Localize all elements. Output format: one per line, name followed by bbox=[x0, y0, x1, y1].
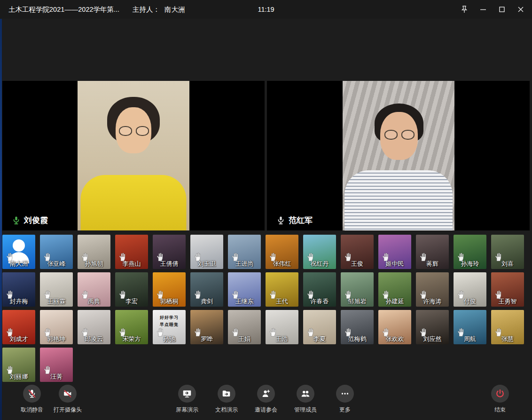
participant-name: 王浩 bbox=[266, 335, 298, 343]
participant-grid: 南大洲 张亚峰 孙旭朝 李燕山 bbox=[2, 235, 530, 382]
participant-name: 王倩倩 bbox=[153, 260, 186, 268]
meeting-title: 土木工程学院2021——2022学年第... bbox=[8, 5, 119, 14]
meeting-window: 土木工程学院2021——2022学年第... 主持人：南大洲 11:19 bbox=[0, 0, 532, 420]
main-video-area: 刘俊霞 范红军 bbox=[2, 81, 530, 230]
participant-name: 宋荣方 bbox=[115, 335, 148, 343]
participant-name: 刘俊霞 bbox=[24, 215, 48, 226]
participant-tile[interactable]: 刘丽娜 bbox=[2, 348, 35, 382]
participant-tile[interactable]: 郭艳坤 bbox=[40, 310, 73, 344]
participant-tile[interactable]: 张欢欢 bbox=[378, 310, 411, 344]
more-button[interactable]: 更多 bbox=[330, 385, 360, 414]
participant-tile[interactable]: 封卉梅 bbox=[2, 272, 35, 307]
participant-tile[interactable]: 范梅鹤 bbox=[341, 310, 374, 344]
participant-tile[interactable]: 宋荣方 bbox=[115, 310, 148, 344]
participant-tile[interactable]: 王倩倩 bbox=[153, 235, 186, 269]
participant-tile[interactable]: 刘成才 bbox=[2, 310, 35, 344]
participant-tile[interactable]: 禹典 bbox=[78, 272, 110, 307]
participant-tile[interactable]: 汪菁 bbox=[40, 348, 73, 382]
doc-share-button[interactable]: 文档演示 bbox=[211, 385, 242, 414]
participant-name: 刘喜 bbox=[491, 260, 524, 268]
end-meeting-button[interactable]: 结束 bbox=[485, 385, 515, 414]
title-bar: 土木工程学院2021——2022学年第... 主持人：南大洲 11:19 bbox=[0, 0, 532, 19]
unmute-button[interactable]: 取消静音 bbox=[17, 385, 47, 414]
tool-label: 邀请参会 bbox=[255, 406, 277, 414]
maximize-icon[interactable] bbox=[494, 2, 509, 16]
participant-name: 封卉梅 bbox=[2, 297, 35, 306]
participant-name: 祝红丹 bbox=[303, 260, 336, 268]
tool-label: 打开摄像头 bbox=[54, 406, 82, 414]
participant-tile[interactable]: 祝红丹 bbox=[303, 235, 336, 269]
meeting-time: 11:19 bbox=[258, 6, 274, 13]
power-icon bbox=[495, 388, 505, 399]
participant-name: 李宏 bbox=[115, 297, 148, 306]
tool-label: 管理成员 bbox=[294, 406, 317, 414]
participant-name: 郎凌云 bbox=[78, 335, 110, 343]
participant-tile[interactable]: 孙旭朝 bbox=[78, 235, 110, 269]
participant-tile[interactable]: 刘应然 bbox=[416, 310, 449, 344]
participant-name: 刘应然 bbox=[416, 335, 449, 343]
participant-tile[interactable]: 王丽霖 bbox=[40, 272, 73, 307]
toolbar-center-group: 屏幕演示 文档演示 邀请参会 bbox=[172, 385, 360, 414]
toolbar-end-group: 结束 bbox=[485, 385, 515, 414]
participant-tile[interactable]: 南大洲 bbox=[2, 235, 35, 269]
participant-name: 张亚峰 bbox=[40, 260, 73, 268]
minimize-icon[interactable] bbox=[476, 2, 491, 16]
participant-tile[interactable]: 郎凌云 bbox=[78, 310, 110, 344]
participant-tile[interactable]: 姬中民 bbox=[378, 235, 411, 269]
close-icon[interactable] bbox=[513, 2, 528, 16]
participant-name: 李夏 bbox=[303, 335, 336, 343]
participant-tile[interactable]: 张亚峰 bbox=[40, 235, 73, 269]
participant-tile[interactable]: 孙海玲 bbox=[454, 235, 486, 269]
window-controls bbox=[457, 2, 532, 16]
participant-tile[interactable]: 刘喜 bbox=[491, 235, 524, 269]
participant-tile[interactable]: 好好学习早点睡觉 孙驰 bbox=[153, 310, 186, 344]
invite-button[interactable]: 邀请参会 bbox=[251, 385, 281, 414]
members-icon bbox=[300, 388, 311, 399]
participant-tile[interactable]: 王勇智 bbox=[491, 272, 524, 307]
participant-tile[interactable]: 张慧 bbox=[491, 310, 524, 344]
participant-tile[interactable]: 孙建延 bbox=[378, 272, 411, 307]
person-glasses bbox=[384, 130, 415, 140]
person-face bbox=[116, 107, 151, 153]
participant-name: 孙海玲 bbox=[454, 260, 486, 268]
host-label: 主持人： bbox=[133, 6, 160, 13]
screen-share-button[interactable]: 屏幕演示 bbox=[172, 385, 202, 414]
pin-icon[interactable] bbox=[457, 2, 472, 16]
tool-label: 取消静音 bbox=[21, 406, 43, 414]
participant-tile[interactable]: 许海涛 bbox=[416, 272, 449, 307]
participant-tile[interactable]: 王娟 bbox=[228, 310, 261, 344]
manage-members-button[interactable]: 管理成员 bbox=[290, 385, 321, 414]
participant-tile[interactable]: 龚剑 bbox=[190, 272, 223, 307]
participant-name: 范红军 bbox=[289, 215, 313, 226]
participant-tile[interactable]: 王代 bbox=[266, 272, 298, 307]
tool-label: 结束 bbox=[494, 406, 506, 414]
participant-name: 刘成才 bbox=[2, 335, 35, 343]
participant-tile[interactable]: 李燕山 bbox=[115, 235, 148, 269]
person-glasses bbox=[119, 126, 149, 136]
participant-tile[interactable]: 郭栖桐 bbox=[153, 272, 186, 307]
participant-tile[interactable]: 付俊 bbox=[454, 272, 486, 307]
person-face bbox=[380, 112, 418, 160]
main-video-panel-1[interactable]: 刘俊霞 bbox=[2, 81, 265, 230]
participant-tile[interactable]: 邹旭岩 bbox=[341, 272, 374, 307]
desktop-edge-strip bbox=[0, 19, 2, 420]
participant-tile[interactable]: 刘玉卫 bbox=[190, 235, 223, 269]
main-video-panel-2[interactable]: 范红军 bbox=[267, 81, 530, 230]
participant-tile[interactable]: 王浩 bbox=[266, 310, 298, 344]
open-camera-button[interactable]: 打开摄像头 bbox=[53, 385, 83, 414]
participant-tile[interactable]: 王进尚 bbox=[228, 235, 261, 269]
participant-name: 王代 bbox=[266, 297, 298, 306]
participant-tile[interactable]: 蒋辉 bbox=[416, 235, 449, 269]
participant-tile[interactable]: 李夏 bbox=[303, 310, 336, 344]
video-feed-illustration bbox=[78, 81, 189, 230]
participant-name: 张伟红 bbox=[266, 260, 298, 268]
participant-tile[interactable]: 罗哗 bbox=[190, 310, 223, 344]
participant-tile[interactable]: 王继东 bbox=[228, 272, 261, 307]
host-name: 南大洲 bbox=[164, 6, 185, 13]
participant-name: 王俊 bbox=[341, 260, 374, 268]
participant-tile[interactable]: 周航 bbox=[454, 310, 486, 344]
participant-tile[interactable]: 许春香 bbox=[303, 272, 336, 307]
participant-tile[interactable]: 王俊 bbox=[341, 235, 374, 269]
participant-tile[interactable]: 李宏 bbox=[115, 272, 148, 307]
participant-tile[interactable]: 张伟红 bbox=[266, 235, 298, 269]
